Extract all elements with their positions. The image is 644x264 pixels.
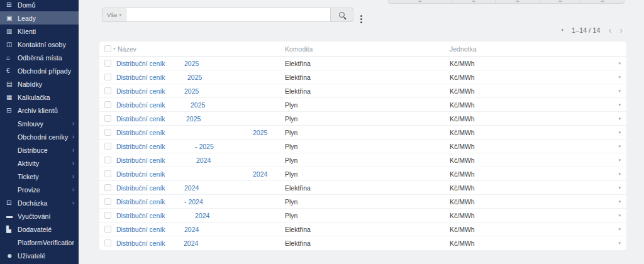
row-actions-caret-icon[interactable]: ▾ [618,167,621,181]
price-list-year-link[interactable]: - 2025 [195,140,214,153]
row-actions-caret-icon[interactable]: ▾ [618,112,621,126]
table-row[interactable]: Distribuční ceník2024PlynKč/MWh▾ [99,153,626,167]
sidebar-item-platformverifications[interactable]: PlatformVerifications [0,236,79,249]
prev-page-button[interactable]: ‹ [609,26,612,35]
more-options-button[interactable] [356,9,366,21]
row-actions-caret-icon[interactable]: ▾ [618,209,621,223]
table-row[interactable]: Distribuční ceník2024ElektřinaKč/MWh▾ [99,181,626,195]
sidebar-item-nabidky[interactable]: ▤Nabídky [0,77,79,91]
table-row[interactable]: Distribuční ceník- 2024PlynKč/MWh▾ [99,195,626,209]
price-list-name-link[interactable]: Distribuční ceník [116,236,165,250]
row-actions-caret-icon[interactable]: ▾ [618,57,621,70]
price-list-year-link[interactable]: - 2024 [184,195,203,209]
row-checkbox[interactable] [104,157,111,163]
table-row[interactable]: Distribuční ceník2024ElektřinaKč/MWh▾ [99,236,626,250]
price-list-name-link[interactable]: Distribuční ceník [116,223,165,236]
row-checkbox[interactable] [104,60,111,67]
sidebar-item-distribuce[interactable]: Distribuce› [0,143,79,157]
row-checkbox[interactable] [104,101,111,108]
price-list-name-link[interactable]: Distribuční ceník [116,195,165,209]
price-list-name-link[interactable]: Distribuční ceník [116,70,165,84]
row-checkbox[interactable] [104,129,111,136]
sidebar-item-uzivatele[interactable]: ☻Uživatelé [0,249,79,262]
row-checkbox[interactable] [104,226,111,233]
sidebar-item-dochazka[interactable]: ⊡Docházka› [0,196,79,209]
price-list-name-link[interactable]: Distribuční ceník [116,98,165,112]
sidebar-item-kontaktni-osoby[interactable]: ◫Kontaktní osoby [0,38,79,51]
sidebar-item-klienti[interactable]: ▥Klienti [0,25,79,38]
table-row[interactable]: Distribuční ceník2025ElektřinaKč/MWh▾ [99,84,626,98]
sidebar-item-vyuctovani[interactable]: ▬Vyučtování [0,209,79,223]
toolbar-segment[interactable] [540,0,581,3]
sidebar-item-provize[interactable]: Provize› [0,183,79,196]
price-list-year-link[interactable]: 2024 [184,236,198,250]
row-actions-caret-icon[interactable]: ▾ [618,223,621,236]
table-row[interactable]: Distribuční ceník2025PlynKč/MWh▾ [99,126,626,140]
price-list-name-link[interactable]: Distribuční ceník [116,153,165,167]
price-list-year-link[interactable]: 2025 [253,126,267,140]
row-actions-caret-icon[interactable]: ▾ [618,126,621,140]
row-checkbox[interactable] [104,74,111,80]
row-checkbox[interactable] [104,239,111,246]
column-header-nazev[interactable]: Název [118,41,136,57]
table-row[interactable]: Distribuční ceník- 2025PlynKč/MWh▾ [99,140,626,153]
sidebar-item-leady[interactable]: ▣Leady [0,11,79,25]
sidebar-item-archiv-klientu[interactable]: ⊟Archiv klientů [0,104,79,117]
search-input[interactable] [126,8,331,22]
row-checkbox[interactable] [104,212,111,219]
row-checkbox[interactable] [104,198,111,205]
column-header-jednotka[interactable]: Jednotka [450,41,477,57]
sidebar-item-obchodni-ceniky[interactable]: Obchodní ceníky› [0,130,79,143]
table-row[interactable]: Distribuční ceník2025PlynKč/MWh▾ [99,112,626,126]
search-scope-dropdown[interactable]: Vše ▾ [102,8,126,22]
row-checkbox[interactable] [104,170,111,177]
row-actions-caret-icon[interactable]: ▾ [618,195,621,209]
price-list-name-link[interactable]: Distribuční ceník [116,57,165,70]
sidebar-item-dodavatele[interactable]: ▙Dodavatelé [0,223,79,236]
price-list-name-link[interactable]: Distribuční ceník [116,84,165,98]
price-list-year-link[interactable]: 2024 [184,181,199,195]
toolbar-button-group[interactable] [388,0,625,4]
row-checkbox[interactable] [104,143,111,150]
search-button[interactable] [331,8,353,22]
price-list-year-link[interactable]: 2025 [184,84,199,98]
price-list-name-link[interactable]: Distribuční ceník [116,167,165,181]
price-list-year-link[interactable]: 2025 [184,57,199,70]
price-list-year-link[interactable]: 2024 [195,209,209,223]
sidebar-item-kalkulacka[interactable]: ▦Kalkulačka [0,91,79,104]
price-list-year-link[interactable]: 2024 [253,167,267,181]
sidebar-item-smlouvy[interactable]: Smlouvy› [0,117,79,130]
row-actions-caret-icon[interactable]: ▾ [618,153,621,167]
price-list-year-link[interactable]: 2024 [196,153,211,167]
price-list-name-link[interactable]: Distribuční ceník [116,181,165,195]
price-list-name-link[interactable]: Distribuční ceník [116,112,165,126]
row-actions-caret-icon[interactable]: ▾ [618,140,621,153]
price-list-name-link[interactable]: Distribuční ceník [116,140,165,153]
row-checkbox[interactable] [104,87,111,94]
sidebar-item-domu[interactable]: ⊞Domů [0,0,79,11]
table-row[interactable]: Distribuční ceník2025PlynKč/MWh▾ [99,98,626,112]
price-list-name-link[interactable]: Distribuční ceník [116,126,165,140]
toolbar-segment[interactable] [452,0,496,3]
row-checkbox[interactable] [104,184,111,191]
next-page-button[interactable]: › [619,26,623,35]
pagination-dropdown-caret[interactable]: ▾ [562,28,564,33]
price-list-year-link[interactable]: 2024 [184,223,199,236]
column-header-komodita[interactable]: Komodita [285,41,313,57]
table-row[interactable]: Distribuční ceník2025ElektřinaKč/MWh▾ [99,57,626,70]
row-actions-caret-icon[interactable]: ▾ [618,236,621,250]
price-list-year-link[interactable]: 2025 [187,70,202,84]
row-actions-caret-icon[interactable]: ▾ [618,181,621,195]
row-checkbox[interactable] [104,115,111,122]
table-row[interactable]: Distribuční ceník2024PlynKč/MWh▾ [99,167,626,181]
price-list-year-link[interactable]: 2025 [186,112,201,126]
table-row[interactable]: Distribuční ceník2025ElektřinaKč/MWh▾ [99,70,626,84]
sidebar-item-tickety[interactable]: Tickety› [0,170,79,183]
toolbar-segment[interactable] [496,0,540,3]
toolbar-segment[interactable] [581,0,624,3]
row-actions-caret-icon[interactable]: ▾ [618,98,621,112]
row-actions-caret-icon[interactable]: ▾ [618,84,621,98]
price-list-year-link[interactable]: 2025 [191,98,205,112]
select-menu-caret-icon[interactable]: ▾ [113,41,116,57]
row-actions-caret-icon[interactable]: ▾ [618,70,621,84]
